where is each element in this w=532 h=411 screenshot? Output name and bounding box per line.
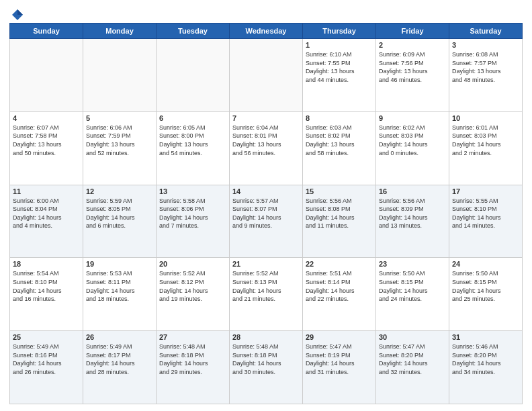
page: SundayMondayTuesdayWednesdayThursdayFrid… <box>0 0 532 411</box>
cell-text: Sunrise: 5:47 AMSunset: 8:20 PMDaylight:… <box>379 342 446 376</box>
calendar-cell: 8Sunrise: 6:03 AMSunset: 8:02 PMDaylight… <box>303 111 376 185</box>
cell-text: Sunrise: 5:48 AMSunset: 8:18 PMDaylight:… <box>232 342 300 376</box>
week-row-4: 18Sunrise: 5:54 AMSunset: 8:10 PMDayligh… <box>10 258 523 331</box>
calendar-cell: 22Sunrise: 5:51 AMSunset: 8:14 PMDayligh… <box>303 258 376 331</box>
day-number: 8 <box>306 114 373 122</box>
cell-text: Sunrise: 6:02 AMSunset: 8:03 PMDaylight:… <box>379 124 446 157</box>
calendar-cell: 13Sunrise: 5:58 AMSunset: 8:06 PMDayligh… <box>157 185 230 258</box>
cell-text: Sunrise: 6:08 AMSunset: 7:57 PMDaylight:… <box>452 50 519 84</box>
calendar-cell <box>83 39 157 112</box>
cell-text: Sunrise: 5:54 AMSunset: 8:10 PMDaylight:… <box>13 269 80 303</box>
calendar-cell: 23Sunrise: 5:50 AMSunset: 8:15 PMDayligh… <box>376 258 449 331</box>
calendar-cell: 16Sunrise: 5:56 AMSunset: 8:09 PMDayligh… <box>376 185 449 258</box>
day-number: 21 <box>232 260 300 268</box>
calendar-cell: 9Sunrise: 6:02 AMSunset: 8:03 PMDaylight… <box>376 111 449 185</box>
cell-text: Sunrise: 5:51 AMSunset: 8:14 PMDaylight:… <box>306 269 373 303</box>
logo <box>9 9 24 19</box>
day-number: 16 <box>379 187 446 195</box>
calendar-cell: 15Sunrise: 5:56 AMSunset: 8:08 PMDayligh… <box>303 185 376 258</box>
day-number: 1 <box>306 41 373 49</box>
cell-text: Sunrise: 5:56 AMSunset: 8:09 PMDaylight:… <box>379 197 446 230</box>
calendar-cell: 31Sunrise: 5:46 AMSunset: 8:20 PMDayligh… <box>449 331 523 404</box>
cell-text: Sunrise: 5:59 AMSunset: 8:05 PMDaylight:… <box>86 197 153 230</box>
calendar-cell: 29Sunrise: 5:47 AMSunset: 8:19 PMDayligh… <box>303 331 376 404</box>
week-row-2: 4Sunrise: 6:07 AMSunset: 7:58 PMDaylight… <box>10 111 523 185</box>
calendar-cell: 4Sunrise: 6:07 AMSunset: 7:58 PMDaylight… <box>10 111 83 185</box>
cell-text: Sunrise: 5:46 AMSunset: 8:20 PMDaylight:… <box>452 342 519 376</box>
calendar-cell: 5Sunrise: 6:06 AMSunset: 7:59 PMDaylight… <box>83 111 157 185</box>
calendar-body: 1Sunrise: 6:10 AMSunset: 7:55 PMDaylight… <box>10 39 523 404</box>
cell-text: Sunrise: 6:10 AMSunset: 7:55 PMDaylight:… <box>306 50 373 84</box>
calendar-cell: 3Sunrise: 6:08 AMSunset: 7:57 PMDaylight… <box>449 39 523 112</box>
calendar-cell: 10Sunrise: 6:01 AMSunset: 8:03 PMDayligh… <box>449 111 523 185</box>
day-number: 3 <box>452 41 519 49</box>
day-number: 28 <box>232 333 300 341</box>
cell-text: Sunrise: 6:03 AMSunset: 8:02 PMDaylight:… <box>306 124 373 157</box>
day-header-friday: Friday <box>376 24 449 39</box>
cell-text: Sunrise: 5:50 AMSunset: 8:15 PMDaylight:… <box>379 269 446 303</box>
day-number: 15 <box>306 187 373 195</box>
calendar-cell: 12Sunrise: 5:59 AMSunset: 8:05 PMDayligh… <box>83 185 157 258</box>
cell-text: Sunrise: 6:05 AMSunset: 8:00 PMDaylight:… <box>159 124 226 157</box>
svg-marker-1 <box>17 9 23 15</box>
calendar-cell: 14Sunrise: 5:57 AMSunset: 8:07 PMDayligh… <box>230 185 303 258</box>
calendar-cell <box>157 39 230 112</box>
day-number: 14 <box>232 187 300 195</box>
calendar-table: SundayMondayTuesdayWednesdayThursdayFrid… <box>9 23 523 404</box>
calendar-cell: 19Sunrise: 5:53 AMSunset: 8:11 PMDayligh… <box>83 258 157 331</box>
day-number: 12 <box>86 187 153 195</box>
calendar-cell <box>230 39 303 112</box>
day-number: 6 <box>159 114 226 122</box>
day-number: 26 <box>86 333 153 341</box>
calendar-cell: 1Sunrise: 6:10 AMSunset: 7:55 PMDaylight… <box>303 39 376 112</box>
calendar-cell: 7Sunrise: 6:04 AMSunset: 8:01 PMDaylight… <box>230 111 303 185</box>
calendar-cell: 26Sunrise: 5:49 AMSunset: 8:17 PMDayligh… <box>83 331 157 404</box>
calendar-cell: 27Sunrise: 5:48 AMSunset: 8:18 PMDayligh… <box>157 331 230 404</box>
day-number: 10 <box>452 114 519 122</box>
calendar-cell: 21Sunrise: 5:52 AMSunset: 8:13 PMDayligh… <box>230 258 303 331</box>
cell-text: Sunrise: 5:58 AMSunset: 8:06 PMDaylight:… <box>159 197 226 230</box>
day-number: 4 <box>13 114 80 122</box>
calendar-cell: 30Sunrise: 5:47 AMSunset: 8:20 PMDayligh… <box>376 331 449 404</box>
calendar-cell: 11Sunrise: 6:00 AMSunset: 8:04 PMDayligh… <box>10 185 83 258</box>
cell-text: Sunrise: 5:53 AMSunset: 8:11 PMDaylight:… <box>86 269 153 303</box>
day-number: 7 <box>232 114 300 122</box>
day-number: 29 <box>306 333 373 341</box>
calendar-cell: 28Sunrise: 5:48 AMSunset: 8:18 PMDayligh… <box>230 331 303 404</box>
day-header-tuesday: Tuesday <box>157 24 230 39</box>
day-number: 18 <box>13 260 80 268</box>
day-header-monday: Monday <box>83 24 157 39</box>
day-number: 27 <box>159 333 226 341</box>
cell-text: Sunrise: 6:07 AMSunset: 7:58 PMDaylight:… <box>13 124 80 157</box>
calendar-header-row: SundayMondayTuesdayWednesdayThursdayFrid… <box>10 24 523 39</box>
cell-text: Sunrise: 5:52 AMSunset: 8:12 PMDaylight:… <box>159 269 226 303</box>
calendar-cell: 25Sunrise: 5:49 AMSunset: 8:16 PMDayligh… <box>10 331 83 404</box>
cell-text: Sunrise: 5:52 AMSunset: 8:13 PMDaylight:… <box>232 269 300 303</box>
day-header-thursday: Thursday <box>303 24 376 39</box>
cell-text: Sunrise: 5:57 AMSunset: 8:07 PMDaylight:… <box>232 197 300 230</box>
header <box>9 7 523 19</box>
week-row-5: 25Sunrise: 5:49 AMSunset: 8:16 PMDayligh… <box>10 331 523 404</box>
day-number: 11 <box>13 187 80 195</box>
cell-text: Sunrise: 6:04 AMSunset: 8:01 PMDaylight:… <box>232 124 300 157</box>
cell-text: Sunrise: 6:06 AMSunset: 7:59 PMDaylight:… <box>86 124 153 157</box>
week-row-3: 11Sunrise: 6:00 AMSunset: 8:04 PMDayligh… <box>10 185 523 258</box>
cell-text: Sunrise: 5:50 AMSunset: 8:15 PMDaylight:… <box>452 269 519 303</box>
day-header-sunday: Sunday <box>10 24 83 39</box>
day-number: 17 <box>452 187 519 195</box>
day-header-saturday: Saturday <box>449 24 523 39</box>
cell-text: Sunrise: 5:48 AMSunset: 8:18 PMDaylight:… <box>159 342 226 376</box>
day-number: 13 <box>159 187 226 195</box>
day-number: 2 <box>379 41 446 49</box>
day-number: 5 <box>86 114 153 122</box>
cell-text: Sunrise: 5:47 AMSunset: 8:19 PMDaylight:… <box>306 342 373 376</box>
calendar-cell: 18Sunrise: 5:54 AMSunset: 8:10 PMDayligh… <box>10 258 83 331</box>
calendar-cell: 17Sunrise: 5:55 AMSunset: 8:10 PMDayligh… <box>449 185 523 258</box>
logo-icon <box>11 8 24 21</box>
calendar-cell: 20Sunrise: 5:52 AMSunset: 8:12 PMDayligh… <box>157 258 230 331</box>
week-row-1: 1Sunrise: 6:10 AMSunset: 7:55 PMDaylight… <box>10 39 523 112</box>
day-number: 19 <box>86 260 153 268</box>
calendar-cell <box>10 39 83 112</box>
day-number: 9 <box>379 114 446 122</box>
cell-text: Sunrise: 5:49 AMSunset: 8:16 PMDaylight:… <box>13 342 80 376</box>
